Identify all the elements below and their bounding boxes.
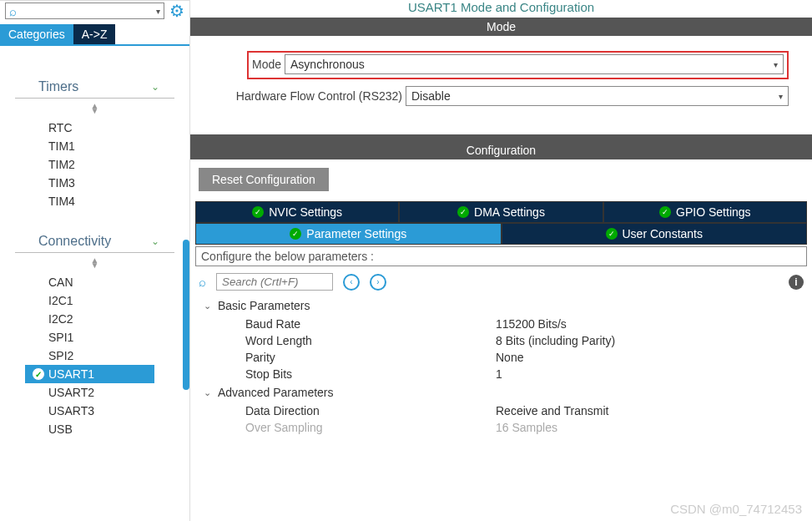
chevron-down-icon: ▾ — [779, 92, 783, 101]
info-icon[interactable]: i — [789, 275, 804, 290]
mode-row-highlighted: Mode Asynchronous ▾ — [247, 51, 789, 79]
next-icon[interactable]: › — [370, 274, 386, 291]
param-group-basic-parameters[interactable]: ⌄Basic Parameters — [204, 296, 799, 316]
sidebar-item-tim2[interactable]: TIM2 — [48, 155, 189, 174]
sidebar-item-usart2[interactable]: USART2 — [48, 383, 189, 402]
divider — [190, 134, 812, 141]
tab-parameter-settings[interactable]: ✓Parameter Settings — [195, 223, 502, 245]
param-tree: ⌄Basic ParametersBaud Rate115200 Bits/sW… — [195, 296, 807, 436]
sidebar-item-label: TIM2 — [48, 158, 75, 171]
param-name: Stop Bits — [245, 367, 496, 381]
param-name: Data Direction — [245, 404, 496, 417]
sidebar-item-label: RTC — [48, 121, 73, 134]
scrollbar[interactable] — [183, 240, 189, 390]
tab-gpio-settings[interactable]: ✓GPIO Settings — [603, 201, 807, 223]
param-note: Configure the below parameters : — [195, 246, 807, 266]
param-row[interactable]: Baud Rate115200 Bits/s — [204, 316, 799, 332]
tab-user-constants[interactable]: ✓User Constants — [502, 223, 808, 245]
param-value: 8 Bits (including Parity) — [496, 334, 615, 347]
check-icon: ✓ — [290, 228, 301, 240]
sidebar-item-tim3[interactable]: TIM3 — [48, 174, 189, 192]
sidebar-item-label: I2C1 — [48, 294, 73, 307]
param-row[interactable]: Word Length8 Bits (including Parity) — [204, 332, 799, 349]
mode-value: Asynchronous — [290, 58, 365, 71]
watermark: CSDN @m0_74712453 — [670, 502, 802, 516]
sidebar-item-tim4[interactable]: TIM4 — [48, 192, 189, 210]
sidebar-item-i2c2[interactable]: I2C2 — [48, 310, 189, 328]
main-panel: USART1 Mode and Configuration Mode Mode … — [190, 0, 812, 521]
search-icon: ⌕ — [9, 4, 17, 18]
tab-dma-settings[interactable]: ✓DMA Settings — [399, 201, 603, 223]
sidebar-item-tim1[interactable]: TIM1 — [48, 137, 189, 155]
param-search-row: ⌕ ‹ › i — [195, 268, 807, 296]
tab-az[interactable]: A->Z — [73, 24, 116, 44]
chevron-down-icon: ▾ — [156, 7, 160, 16]
sidebar-item-label: SPI1 — [48, 331, 73, 344]
param-name: Word Length — [245, 334, 496, 347]
mode-section: Mode Asynchronous ▾ Hardware Flow Contro… — [190, 36, 812, 129]
param-row[interactable]: ParityNone — [204, 349, 799, 366]
hwfc-label: Hardware Flow Control (RS232) — [214, 89, 406, 103]
hwfc-row: Hardware Flow Control (RS232) Disable ▾ — [214, 86, 789, 106]
category-connectivity[interactable]: Connectivity⌄ — [15, 230, 174, 253]
mode-label: Mode — [252, 58, 285, 71]
param-row[interactable]: Over Sampling16 Samples — [204, 419, 799, 436]
search-icon: ⌕ — [199, 275, 206, 289]
param-value: 1 — [496, 367, 502, 381]
category-timers[interactable]: Timers⌄ — [15, 76, 174, 99]
param-name: Over Sampling — [245, 421, 496, 434]
param-row[interactable]: Data DirectionReceive and Transmit — [204, 402, 799, 419]
sidebar-item-rtc[interactable]: RTC — [48, 119, 189, 137]
chevron-down-icon: ⌄ — [204, 301, 211, 311]
config-tabs-top: ✓NVIC Settings✓DMA Settings✓GPIO Setting… — [195, 201, 807, 223]
chevron-down-icon: ⌄ — [151, 235, 159, 247]
param-value: None — [496, 351, 523, 364]
sidebar-item-label: TIM3 — [48, 176, 75, 190]
sidebar-item-i2c1[interactable]: I2C1 — [48, 291, 189, 310]
page-title: USART1 Mode and Configuration — [190, 0, 812, 18]
chevron-down-icon: ⌄ — [204, 387, 211, 398]
chevron-down-icon: ⌄ — [151, 81, 159, 93]
sidebar-search-input[interactable]: ⌕ ▾ — [5, 3, 164, 19]
check-icon: ✓ — [252, 206, 264, 218]
check-icon: ✓ — [32, 367, 45, 381]
sidebar-item-usart1[interactable]: ✓USART1 — [25, 365, 154, 383]
sidebar-item-label: CAN — [48, 276, 73, 289]
mode-select[interactable]: Asynchronous ▾ — [285, 54, 784, 74]
sort-icon[interactable]: ▲▼ — [0, 258, 189, 268]
sidebar: ⌕ ▾ ⚙ Categories A->Z Timers⌄▲▼RTCTIM1TI… — [0, 0, 190, 521]
sidebar-item-can[interactable]: CAN — [48, 273, 189, 291]
reset-configuration-button[interactable]: Reset Configuration — [199, 168, 329, 191]
sidebar-item-label: SPI2 — [48, 349, 73, 362]
sidebar-item-label: USB — [48, 422, 73, 436]
sidebar-item-usart3[interactable]: USART3 — [48, 402, 189, 420]
sidebar-tabs: Categories A->Z — [0, 24, 189, 46]
chevron-down-icon: ▾ — [774, 60, 778, 69]
param-name: Baud Rate — [245, 317, 496, 331]
sidebar-item-label: USART3 — [48, 404, 94, 417]
tab-categories[interactable]: Categories — [0, 24, 73, 44]
param-row[interactable]: Stop Bits1 — [204, 366, 799, 382]
param-search-input[interactable] — [216, 273, 333, 291]
hwfc-select[interactable]: Disable ▾ — [406, 86, 789, 106]
config-section: Reset Configuration ✓NVIC Settings✓DMA S… — [190, 159, 812, 436]
sidebar-item-label: USART2 — [48, 386, 94, 399]
sidebar-item-usb[interactable]: USB — [48, 420, 189, 438]
sidebar-item-spi1[interactable]: SPI1 — [48, 328, 189, 346]
gear-icon[interactable]: ⚙ — [169, 1, 184, 21]
sidebar-item-spi2[interactable]: SPI2 — [48, 346, 189, 365]
sidebar-item-label: TIM1 — [48, 139, 75, 153]
tab-nvic-settings[interactable]: ✓NVIC Settings — [195, 201, 399, 223]
param-value: 16 Samples — [496, 421, 557, 434]
sidebar-content: Timers⌄▲▼RTCTIM1TIM2TIM3TIM4Connectivity… — [0, 46, 189, 521]
param-name: Parity — [245, 351, 496, 364]
hwfc-value: Disable — [411, 89, 451, 103]
param-group-advanced-parameters[interactable]: ⌄Advanced Parameters — [204, 382, 799, 402]
sort-icon[interactable]: ▲▼ — [0, 104, 189, 114]
check-icon: ✓ — [457, 206, 469, 218]
sidebar-item-label: USART1 — [48, 367, 94, 381]
check-icon: ✓ — [659, 206, 671, 218]
prev-icon[interactable]: ‹ — [343, 274, 360, 291]
mode-header: Mode — [190, 18, 812, 36]
config-header: Configuration — [190, 141, 812, 159]
